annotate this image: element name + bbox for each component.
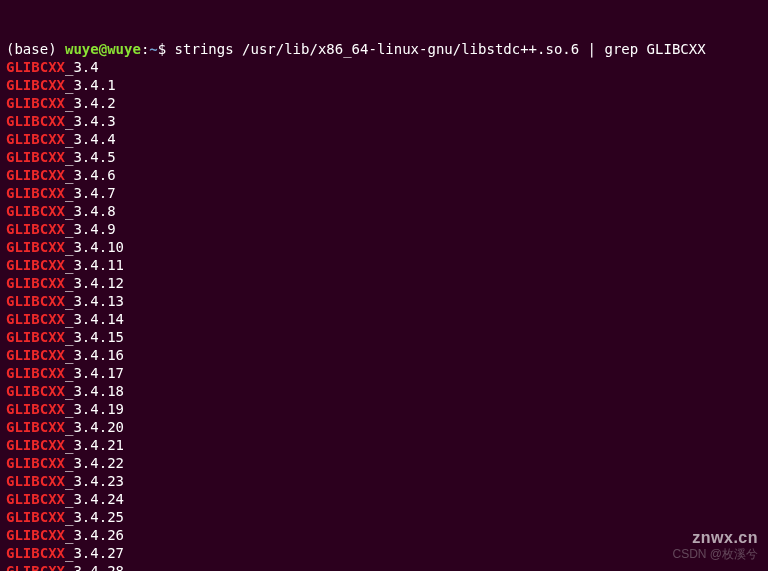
output-container: GLIBCXX_3.4GLIBCXX_3.4.1GLIBCXX_3.4.2GLI… [6, 58, 762, 571]
output-line: GLIBCXX_3.4.21 [6, 436, 762, 454]
output-line: GLIBCXX_3.4.6 [6, 166, 762, 184]
output-line: GLIBCXX_3.4.22 [6, 454, 762, 472]
output-line: GLIBCXX_3.4.17 [6, 364, 762, 382]
watermark-secondary: CSDN @枚溪兮 [672, 545, 758, 563]
output-line: GLIBCXX_3.4.3 [6, 112, 762, 130]
output-suffix: _3.4 [65, 59, 99, 75]
output-suffix: _3.4.19 [65, 401, 124, 417]
output-suffix: _3.4.25 [65, 509, 124, 525]
grep-match: GLIBCXX [6, 221, 65, 237]
output-suffix: _3.4.23 [65, 473, 124, 489]
grep-match: GLIBCXX [6, 473, 65, 489]
grep-match: GLIBCXX [6, 563, 65, 571]
grep-match: GLIBCXX [6, 329, 65, 345]
output-line: GLIBCXX_3.4.16 [6, 346, 762, 364]
output-suffix: _3.4.8 [65, 203, 116, 219]
grep-match: GLIBCXX [6, 545, 65, 561]
output-line: GLIBCXX_3.4.8 [6, 202, 762, 220]
output-line: GLIBCXX_3.4.13 [6, 292, 762, 310]
output-line: GLIBCXX_3.4.19 [6, 400, 762, 418]
env-prefix: (base) [6, 41, 65, 57]
grep-match: GLIBCXX [6, 59, 65, 75]
grep-match: GLIBCXX [6, 347, 65, 363]
output-suffix: _3.4.18 [65, 383, 124, 399]
output-line: GLIBCXX_3.4.4 [6, 130, 762, 148]
output-suffix: _3.4.13 [65, 293, 124, 309]
prompt-dollar: $ [158, 41, 175, 57]
output-line: GLIBCXX_3.4.23 [6, 472, 762, 490]
grep-match: GLIBCXX [6, 401, 65, 417]
grep-match: GLIBCXX [6, 383, 65, 399]
output-suffix: _3.4.28 [65, 563, 124, 571]
grep-match: GLIBCXX [6, 509, 65, 525]
grep-match: GLIBCXX [6, 239, 65, 255]
grep-match: GLIBCXX [6, 365, 65, 381]
output-line: GLIBCXX_3.4.24 [6, 490, 762, 508]
grep-match: GLIBCXX [6, 455, 65, 471]
grep-match: GLIBCXX [6, 275, 65, 291]
grep-match: GLIBCXX [6, 203, 65, 219]
user-host: wuye@wuye [65, 41, 141, 57]
output-line: GLIBCXX_3.4.1 [6, 76, 762, 94]
output-suffix: _3.4.11 [65, 257, 124, 273]
grep-match: GLIBCXX [6, 293, 65, 309]
output-line: GLIBCXX_3.4.27 [6, 544, 762, 562]
path: ~ [149, 41, 157, 57]
output-suffix: _3.4.24 [65, 491, 124, 507]
output-line: GLIBCXX_3.4.10 [6, 238, 762, 256]
grep-match: GLIBCXX [6, 131, 65, 147]
output-line: GLIBCXX_3.4.25 [6, 508, 762, 526]
output-line: GLIBCXX_3.4.7 [6, 184, 762, 202]
output-line: GLIBCXX_3.4.20 [6, 418, 762, 436]
grep-match: GLIBCXX [6, 419, 65, 435]
grep-match: GLIBCXX [6, 149, 65, 165]
output-suffix: _3.4.5 [65, 149, 116, 165]
output-suffix: _3.4.7 [65, 185, 116, 201]
output-suffix: _3.4.14 [65, 311, 124, 327]
output-suffix: _3.4.15 [65, 329, 124, 345]
output-suffix: _3.4.4 [65, 131, 116, 147]
output-suffix: _3.4.3 [65, 113, 116, 129]
output-suffix: _3.4.17 [65, 365, 124, 381]
output-line: GLIBCXX_3.4 [6, 58, 762, 76]
output-line: GLIBCXX_3.4.28 [6, 562, 762, 571]
output-suffix: _3.4.16 [65, 347, 124, 363]
grep-match: GLIBCXX [6, 527, 65, 543]
output-line: GLIBCXX_3.4.11 [6, 256, 762, 274]
output-suffix: _3.4.9 [65, 221, 116, 237]
grep-match: GLIBCXX [6, 185, 65, 201]
output-line: GLIBCXX_3.4.5 [6, 148, 762, 166]
output-suffix: _3.4.27 [65, 545, 124, 561]
output-line: GLIBCXX_3.4.26 [6, 526, 762, 544]
output-line: GLIBCXX_3.4.12 [6, 274, 762, 292]
output-suffix: _3.4.2 [65, 95, 116, 111]
output-suffix: _3.4.26 [65, 527, 124, 543]
grep-match: GLIBCXX [6, 257, 65, 273]
terminal[interactable]: (base) wuye@wuye:~$ strings /usr/lib/x86… [6, 4, 762, 571]
output-line: GLIBCXX_3.4.15 [6, 328, 762, 346]
output-suffix: _3.4.21 [65, 437, 124, 453]
command-text: strings /usr/lib/x86_64-linux-gnu/libstd… [175, 41, 706, 57]
grep-match: GLIBCXX [6, 311, 65, 327]
output-line: GLIBCXX_3.4.18 [6, 382, 762, 400]
grep-match: GLIBCXX [6, 167, 65, 183]
output-suffix: _3.4.20 [65, 419, 124, 435]
grep-match: GLIBCXX [6, 437, 65, 453]
output-line: GLIBCXX_3.4.9 [6, 220, 762, 238]
output-suffix: _3.4.10 [65, 239, 124, 255]
grep-match: GLIBCXX [6, 77, 65, 93]
grep-match: GLIBCXX [6, 95, 65, 111]
output-suffix: _3.4.22 [65, 455, 124, 471]
output-line: GLIBCXX_3.4.14 [6, 310, 762, 328]
output-suffix: _3.4.1 [65, 77, 116, 93]
output-suffix: _3.4.6 [65, 167, 116, 183]
grep-match: GLIBCXX [6, 491, 65, 507]
prompt-line: (base) wuye@wuye:~$ strings /usr/lib/x86… [6, 40, 762, 58]
output-suffix: _3.4.12 [65, 275, 124, 291]
output-line: GLIBCXX_3.4.2 [6, 94, 762, 112]
grep-match: GLIBCXX [6, 113, 65, 129]
